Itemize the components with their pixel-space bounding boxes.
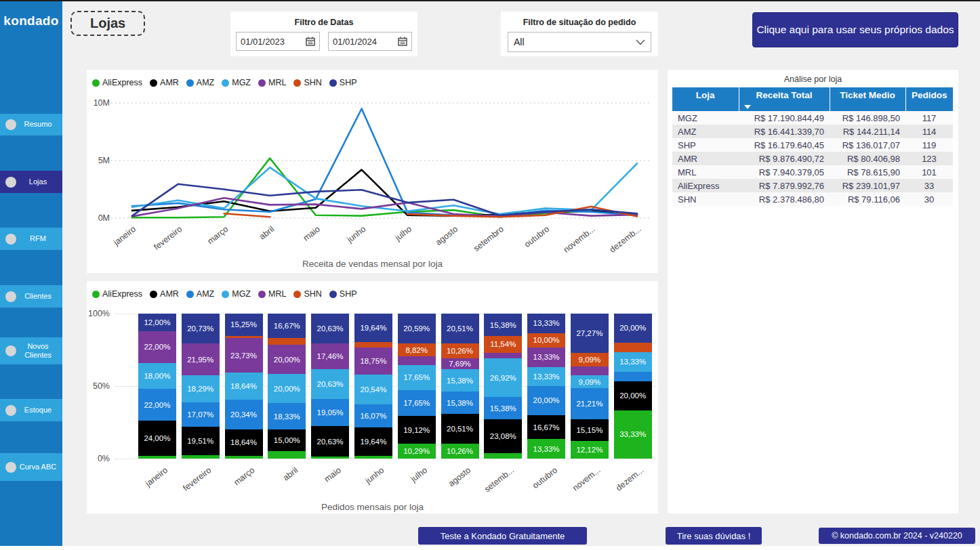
bar-segment-amz[interactable]: 17,07% [182,402,220,427]
bar-segment-mgz[interactable]: 18,64% [225,373,263,400]
bar-segment-mrl[interactable]: 22,00% [138,331,176,363]
bar-segment-aliexpress[interactable] [311,457,349,459]
bar-segment-amz[interactable]: 17,65% [398,390,436,416]
bar-segment-amr[interactable]: 20,00% [614,381,652,410]
questions-button[interactable]: Tire suas dúvidas ! [666,527,762,545]
sidebar-item-lojas[interactable]: Lojas [0,171,62,193]
bar-segment-shn[interactable] [268,338,306,345]
status-filter-dropdown[interactable]: All [508,32,651,52]
sidebar-item-curva-abc[interactable]: Curva ABC [0,453,62,481]
bar-segment-mgz[interactable]: 18,29% [182,375,220,402]
bar-segment-amz[interactable]: 18,33% [268,403,306,429]
bar-segment-mrl[interactable] [571,366,609,375]
bar-segment-aliexpress[interactable]: 13,33% [527,439,565,459]
bar-segment-aliexpress[interactable]: 33,33% [614,410,652,459]
bar-segment-shn[interactable] [614,343,652,352]
bar-segment-shp[interactable]: 16,67% [268,314,306,338]
bar-segment-mgz[interactable]: 15,38% [441,369,479,392]
bar-segment-shn[interactable]: 10,26% [441,343,479,358]
bar-segment-amz[interactable]: 16,07% [354,404,392,427]
bar-segment-amz[interactable]: 21,21% [571,388,609,419]
sidebar-item-clientes[interactable]: Clientes [0,285,62,308]
bar-segment-shn[interactable] [354,342,392,347]
table-row-amz[interactable]: AMZR$ 16.441.339,70R$ 144.211,14114 [672,125,953,138]
bar-segment-amr[interactable]: 19,64% [354,427,392,456]
bar-segment-amz[interactable]: 15,38% [441,392,479,414]
bar-segment-aliexpress[interactable] [225,456,263,459]
table-row-shn[interactable]: SHNR$ 2.378.486,80R$ 79.116,0630 [672,192,953,206]
bar-segment-shn[interactable]: 9,09% [571,353,609,366]
bar-segment-shn[interactable]: 10,00% [527,333,565,347]
bar-segment-shp[interactable]: 19,64% [354,314,392,342]
column-header-pedidos[interactable]: Pedidos [905,87,953,111]
bar-segment-shp[interactable]: 27,27% [571,314,609,353]
sidebar-item-resumo[interactable]: Resumo [0,114,62,135]
sidebar-item-novos-clientes[interactable]: Novos Clientes [0,337,62,364]
bar-segment-mrl[interactable]: 20,00% [268,345,306,374]
bar-segment-amr[interactable]: 19,51% [182,427,220,455]
bar-segment-amr[interactable]: 16,67% [527,415,565,440]
bar-segment-mgz[interactable]: 20,63% [311,369,349,399]
bar-segment-mgz[interactable]: 13,33% [614,352,652,372]
bar-segment-mgz[interactable]: 17,65% [398,365,436,391]
bar-segment-mgz[interactable]: 18,00% [138,363,176,389]
free-trial-button[interactable]: Teste a Kondado Gratuitamente [418,527,587,545]
legend-item-mrl[interactable]: MRL [258,289,286,299]
bar-segment-amz[interactable]: 20,34% [225,400,263,429]
bar-segment-mgz[interactable]: 20,54% [354,375,392,404]
bar-segment-amr[interactable]: 23,08% [484,419,522,452]
bar-segment-mgz[interactable]: 20,00% [268,374,306,403]
bar-segment-aliexpress[interactable] [182,455,220,459]
bar-segment-shn[interactable]: 8,82% [398,343,436,356]
column-header-loja[interactable]: Loja [672,87,739,111]
start-date-input[interactable]: 01/01/2023 [236,32,320,51]
table-row-aliexpress[interactable]: AliExpressR$ 7.879.992,76R$ 239.101,9733 [672,179,953,192]
bar-segment-mrl[interactable]: 23,73% [225,338,263,373]
line-series-amz[interactable] [132,109,637,216]
sort-desc-arrow-icon[interactable] [744,105,751,109]
use-own-data-button[interactable]: Clique aqui para usar seus próprios dado… [752,12,958,47]
legend-item-shp[interactable]: SHP [329,289,357,299]
bar-segment-mrl[interactable]: 17,46% [311,343,349,368]
bar-segment-amr[interactable]: 19,12% [398,416,436,444]
bar-segment-aliexpress[interactable]: 12,12% [571,441,609,459]
legend-item-shn[interactable]: SHN [293,289,321,299]
bar-segment-aliexpress[interactable]: 10,29% [398,444,436,459]
table-row-shp[interactable]: SHPR$ 16.179.640,45R$ 136.017,07119 [672,138,953,152]
bar-segment-shp[interactable]: 15,38% [484,314,522,336]
bar-segment-mrl[interactable]: 7,69% [441,358,479,369]
bar-segment-mgz[interactable]: 26,92% [484,358,522,398]
bar-segment-amr[interactable]: 15,00% [268,429,306,451]
bar-segment-amz[interactable] [614,372,652,381]
calendar-icon[interactable] [306,37,315,46]
bar-segment-amz[interactable]: 15,38% [484,397,522,419]
legend-item-amz[interactable]: AMZ [186,289,214,299]
bar-segment-amz[interactable]: 19,05% [311,399,349,427]
bar-segment-mrl[interactable]: 21,95% [182,343,220,375]
bar-segment-amr[interactable]: 15,15% [571,419,609,441]
table-row-mgz[interactable]: MGZR$ 17.190.844,49R$ 146.898,50117 [672,111,953,125]
bar-segment-shp[interactable]: 20,73% [182,314,220,343]
legend-item-mgz[interactable]: MGZ [222,289,251,299]
bar-segment-shp[interactable]: 12,00% [138,314,176,331]
bar-segment-aliexpress[interactable]: 10,26% [441,444,479,459]
bar-segment-mrl[interactable]: 18,75% [354,347,392,375]
bar-segment-shp[interactable]: 20,63% [311,314,349,343]
bar-segment-amr[interactable]: 20,51% [441,414,479,444]
bar-segment-shn[interactable]: 11,54% [484,336,522,353]
bar-segment-amz[interactable]: 22,00% [138,389,176,421]
sidebar-item-rfm[interactable]: RFM [0,228,62,250]
legend-item-amr[interactable]: AMR [150,289,179,299]
bar-segment-amr[interactable]: 24,00% [138,421,176,455]
end-date-input[interactable]: 01/01/2024 [328,32,412,51]
bar-segment-shp[interactable]: 20,51% [441,314,479,343]
legend-item-aliexpress[interactable]: AliExpress [92,289,142,299]
bar-segment-mrl[interactable] [398,356,436,365]
bar-segment-amz[interactable]: 20,00% [527,386,565,415]
bar-segment-shp[interactable]: 15,25% [225,314,263,336]
table-row-mrl[interactable]: MRLR$ 7.940.379,05R$ 78.615,90101 [672,165,953,179]
bar-segment-mrl[interactable]: 13,33% [527,347,565,367]
sidebar-item-estoque[interactable]: Estoque [0,399,62,421]
column-header-ticket-medio[interactable]: Ticket Medio [830,87,905,111]
bar-segment-aliexpress[interactable] [354,456,392,459]
